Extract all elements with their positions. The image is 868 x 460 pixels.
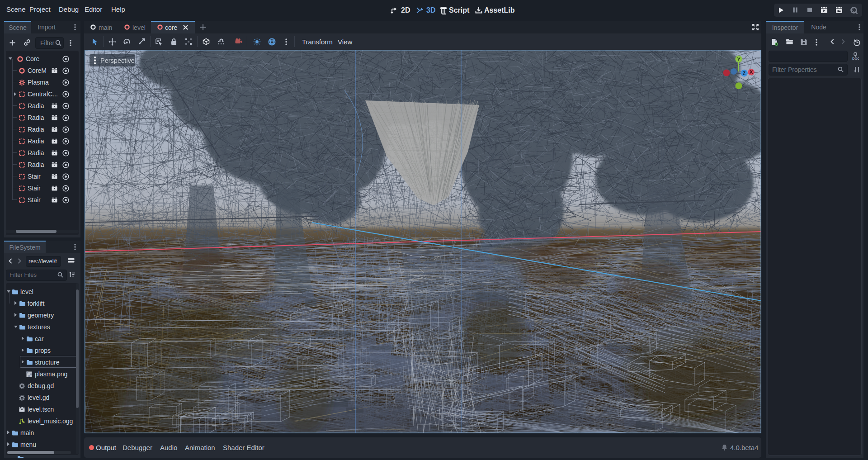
- svg-text:DOC: DOC: [852, 57, 859, 61]
- svg-text:Z: Z: [743, 71, 746, 76]
- svg-text:X: X: [750, 69, 753, 75]
- svg-text:Y: Y: [737, 57, 741, 62]
- svg-text:Perspective: Perspective: [100, 57, 135, 64]
